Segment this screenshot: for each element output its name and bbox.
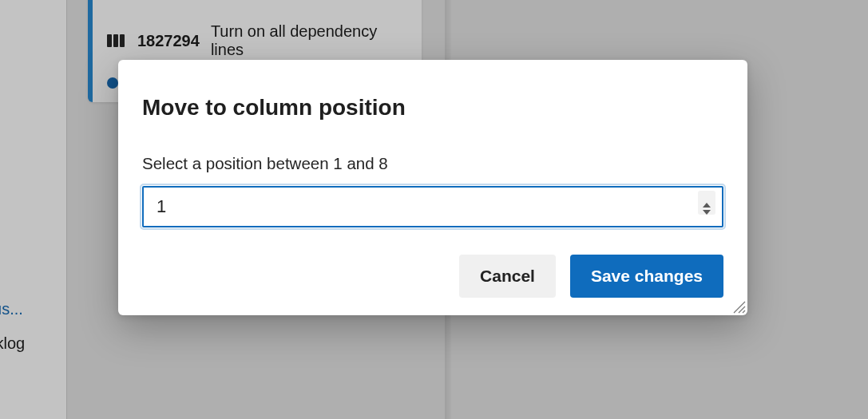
- position-stepper[interactable]: [698, 191, 715, 215]
- chevron-up-icon: [703, 203, 711, 208]
- save-changes-button[interactable]: Save changes: [570, 255, 723, 298]
- dialog-actions: Cancel Save changes: [142, 255, 723, 298]
- move-column-dialog: Move to column position Select a positio…: [118, 60, 747, 315]
- chevron-down-icon: [703, 210, 711, 215]
- position-input[interactable]: [142, 186, 723, 227]
- dialog-instruction: Select a position between 1 and 8: [142, 154, 723, 173]
- cancel-button[interactable]: Cancel: [459, 255, 556, 298]
- dialog-title: Move to column position: [142, 95, 723, 121]
- resize-handle-icon[interactable]: [733, 301, 746, 314]
